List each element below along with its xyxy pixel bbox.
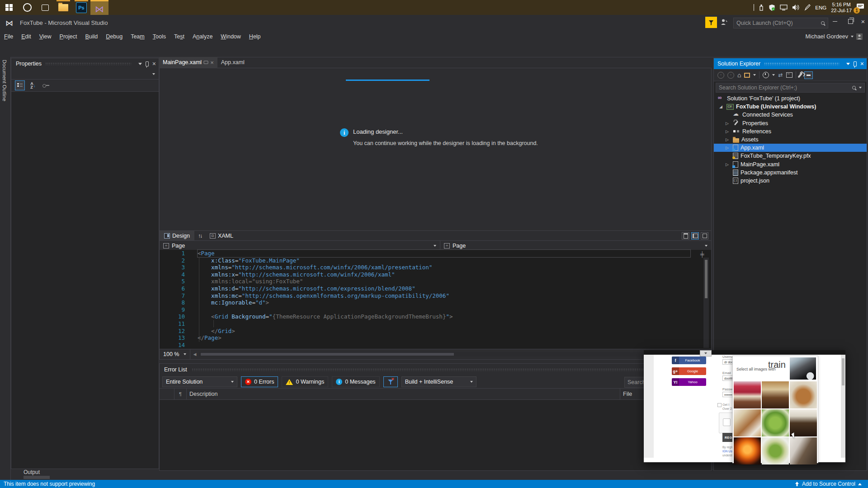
property-pages-button[interactable] bbox=[41, 81, 50, 90]
error-list-header[interactable]: Error List bbox=[160, 364, 711, 375]
sync-with-active-document-button[interactable]: ⇄ bbox=[778, 72, 783, 78]
collapse-all-button[interactable] bbox=[786, 72, 793, 78]
pin-button[interactable] bbox=[854, 61, 857, 66]
menu-tools[interactable]: Tools bbox=[149, 31, 170, 42]
swap-panes-button[interactable]: ↑↓ bbox=[194, 233, 205, 239]
action-center-button[interactable]: 1 bbox=[856, 3, 864, 12]
menu-project[interactable]: Project bbox=[56, 31, 81, 42]
horizontal-scrollbar[interactable] bbox=[199, 352, 708, 357]
errors-toggle[interactable]: ✕ 0 Errors bbox=[241, 376, 278, 387]
window-position-button[interactable] bbox=[138, 63, 142, 65]
warnings-toggle[interactable]: 0 Warnings bbox=[282, 376, 328, 387]
captcha-image-pancake-stack[interactable] bbox=[790, 381, 817, 408]
file-column-header[interactable]: File bbox=[620, 391, 632, 397]
file-explorer-button[interactable] bbox=[54, 0, 72, 15]
menu-view[interactable]: View bbox=[35, 31, 56, 42]
solution-explorer-header[interactable]: Solution Explorer × bbox=[714, 58, 867, 69]
horizontal-split-button[interactable] bbox=[691, 232, 699, 239]
defender-shield-icon[interactable] bbox=[769, 4, 775, 11]
speaker-icon[interactable] bbox=[792, 4, 800, 11]
tree-item-references[interactable]: ▷References bbox=[714, 127, 867, 136]
tree-item-project-json[interactable]: project.json bbox=[714, 177, 867, 185]
preview-selected-items-button[interactable] bbox=[804, 71, 813, 79]
visual-studio-button[interactable]: ⋈ bbox=[90, 0, 108, 16]
forward-button[interactable]: › bbox=[727, 72, 734, 79]
vertical-scrollbar[interactable] bbox=[703, 258, 709, 348]
captcha-image-fire-bowl[interactable] bbox=[734, 437, 761, 465]
captcha-image-green-salad[interactable] bbox=[762, 409, 789, 436]
filter-dropdown[interactable] bbox=[772, 74, 775, 76]
switch-views-button[interactable] bbox=[744, 73, 750, 78]
restore-button[interactable] bbox=[843, 15, 858, 28]
window-position-button[interactable] bbox=[846, 63, 850, 65]
tree-item-connected-services[interactable]: Connected Services bbox=[714, 111, 867, 119]
expand-arrow-icon[interactable]: ▷ bbox=[726, 145, 733, 150]
menu-file[interactable]: File bbox=[0, 31, 17, 42]
categorized-view-button[interactable] bbox=[15, 80, 25, 90]
minimize-button[interactable] bbox=[827, 15, 843, 28]
switch-views-dropdown[interactable] bbox=[753, 74, 756, 76]
home-button[interactable]: ⌂ bbox=[737, 72, 741, 78]
menu-edit[interactable]: Edit bbox=[17, 31, 35, 42]
solution-explorer-search-input[interactable]: Search Solution Explorer (Ctrl+;) bbox=[716, 83, 865, 93]
task-view-button[interactable] bbox=[36, 0, 54, 15]
newsletter-checkbox[interactable] bbox=[717, 403, 722, 407]
alphabetical-sort-button[interactable]: AZ↓ bbox=[28, 81, 38, 90]
scope-dropdown[interactable]: Entire Solution bbox=[162, 376, 237, 387]
tree-item-app-xaml[interactable]: ▷App.xaml bbox=[714, 144, 867, 152]
pin-button[interactable] bbox=[146, 61, 149, 66]
back-button[interactable]: ‹ bbox=[717, 72, 724, 79]
expand-arrow-icon[interactable]: ▷ bbox=[726, 121, 733, 126]
captcha-image-breakfast-plate[interactable] bbox=[734, 409, 761, 436]
tree-item-foxtube-temporarykey-pfx[interactable]: FoxTube_TemporaryKey.pfx bbox=[714, 152, 867, 160]
menu-help[interactable]: Help bbox=[245, 31, 265, 42]
start-button[interactable] bbox=[0, 0, 18, 15]
social-facebook-button[interactable]: fFacebook bbox=[672, 357, 706, 364]
signed-in-user[interactable]: Michael Gordeev bbox=[806, 31, 863, 42]
breadcrumb-left[interactable]: ‹› Page bbox=[160, 241, 440, 250]
xaml-code-editor[interactable]: 1<Page2 x:Class="FoxTube.MainPage"3 xmln… bbox=[159, 250, 712, 349]
scrollbar-thumb[interactable] bbox=[705, 260, 708, 298]
breadcrumb-right[interactable]: ‹› Page bbox=[440, 241, 711, 250]
description-column-header[interactable]: Description bbox=[187, 391, 620, 397]
vertical-split-button[interactable] bbox=[682, 232, 689, 239]
expand-arrow-icon[interactable]: ▷ bbox=[726, 129, 733, 134]
pen-icon[interactable] bbox=[804, 4, 811, 11]
tab-mainpage-xaml[interactable]: MainPage.xaml× bbox=[159, 57, 217, 68]
captcha-image-coffee-with-cookie[interactable] bbox=[790, 437, 817, 465]
menu-analyze[interactable]: Analyze bbox=[189, 31, 217, 42]
clock[interactable]: 5:16 PM22-Jul-17 bbox=[831, 2, 852, 14]
add-to-source-control-button[interactable]: Add to Source Control bbox=[795, 481, 862, 487]
menu-team[interactable]: Team bbox=[127, 31, 149, 42]
scroll-left-arrow[interactable]: ◀ bbox=[190, 352, 199, 357]
photoshop-button[interactable]: Ps bbox=[72, 0, 90, 15]
properties-button[interactable] bbox=[799, 72, 801, 78]
captcha-image-salad-plate[interactable] bbox=[762, 437, 789, 465]
tree-item-mainpage-xaml[interactable]: ▷MainPage.xaml bbox=[714, 160, 867, 169]
expand-arrow-icon[interactable]: ▷ bbox=[726, 162, 733, 167]
expand-arrow-icon[interactable]: ◢ bbox=[719, 104, 726, 109]
filter-button[interactable]: ✕ bbox=[383, 376, 398, 387]
properties-panel-header[interactable]: Properties × bbox=[11, 58, 159, 69]
close-panel-button[interactable]: × bbox=[860, 60, 864, 67]
overlay-scrollbar[interactable] bbox=[841, 355, 845, 458]
pending-changes-filter-button[interactable] bbox=[763, 72, 769, 78]
scrollbar-thumb[interactable] bbox=[842, 358, 844, 385]
tray-expand-button[interactable] bbox=[754, 5, 754, 11]
tab-design[interactable]: Design bbox=[160, 231, 194, 241]
expand-arrow-icon[interactable]: ▷ bbox=[726, 137, 733, 142]
captcha-image-dessert-jar[interactable] bbox=[762, 381, 789, 408]
network-display-icon[interactable] bbox=[780, 4, 788, 11]
feedback-person-icon[interactable] bbox=[721, 19, 728, 27]
usb-icon[interactable] bbox=[759, 4, 764, 11]
overlay-dropdown-button[interactable] bbox=[700, 350, 712, 357]
messages-toggle[interactable]: i 0 Messages bbox=[332, 376, 379, 387]
close-panel-button[interactable]: × bbox=[152, 60, 156, 67]
close-button[interactable]: × bbox=[858, 15, 868, 28]
floating-webpage-preview[interactable]: fFacebookg+GoogleY!Yahoo Userna dr dooli… bbox=[644, 350, 845, 462]
menu-debug[interactable]: Debug bbox=[102, 31, 127, 42]
document-outline-tab[interactable]: Document Outline bbox=[0, 57, 11, 480]
output-panel-tab[interactable]: Output bbox=[24, 469, 40, 475]
quick-launch-input[interactable]: Quick Launch (Ctrl+Q) bbox=[733, 18, 828, 28]
tab-xaml[interactable]: ⊡ XAML bbox=[205, 231, 238, 241]
